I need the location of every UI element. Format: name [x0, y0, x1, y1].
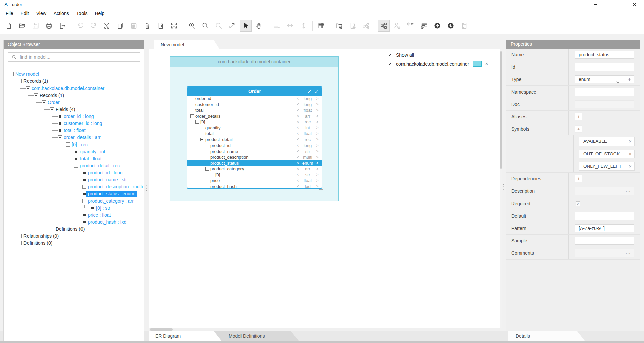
collapse-toggle-icon[interactable] — [18, 79, 22, 83]
tree-item-label[interactable]: Fields (4) — [56, 106, 75, 113]
entity-order[interactable]: Order order_id<long>customer_id<long>tot… — [187, 86, 322, 189]
tree-item-label[interactable]: product_category : arr — [88, 198, 134, 204]
tree-item-label[interactable]: product_status : enum — [86, 191, 137, 197]
tree-row-com-hackolade-db-model-container[interactable]: com.hackolade.db.model.container — [4, 85, 144, 92]
toolbar-add-field-sibling-button[interactable] — [405, 20, 417, 32]
tree-item-label[interactable]: [0] : rec — [72, 141, 88, 148]
entity-field-product_category[interactable]: product_category<arr> — [187, 166, 322, 172]
tree-item-label[interactable]: total : float — [64, 127, 86, 134]
collapse-toggle-icon[interactable] — [18, 234, 22, 238]
ellipsis-icon[interactable]: ... — [626, 101, 631, 106]
collapse-toggle-icon[interactable] — [18, 241, 22, 245]
property-required-checkbox[interactable]: ✔ — [576, 201, 580, 206]
collapse-toggle-icon[interactable] — [50, 227, 54, 231]
tree-row-price-float[interactable]: price : float — [4, 212, 144, 219]
tree-row-customer-id-long[interactable]: customer_id : long — [4, 120, 144, 127]
property-pattern-input[interactable] — [575, 224, 634, 232]
tree-item-label[interactable]: quantity : int — [80, 149, 105, 155]
tree-item-label[interactable]: New model — [15, 71, 39, 77]
tree-row-definitions-0[interactable]: Definitions (0) — [4, 226, 144, 233]
toolbar-add-field-child-button[interactable] — [418, 20, 430, 32]
er-canvas[interactable]: com.hackolade.db.model.container Order o… — [149, 49, 500, 328]
tree-item-label[interactable]: Records (1) — [40, 92, 64, 99]
tab-details[interactable]: Details — [508, 331, 585, 341]
tree-row-product-hash-fxd[interactable]: product_hash : fxd — [4, 219, 144, 226]
entity-field-product_hash[interactable]: product_hash<fxd> — [187, 184, 322, 189]
collapse-toggle-icon[interactable] — [74, 164, 78, 168]
minimize-button[interactable] — [586, 0, 605, 9]
tree-row-records-1[interactable]: Records (1) — [4, 92, 144, 99]
toolbar-copy-button[interactable] — [115, 20, 126, 32]
left-panel-splitter[interactable] — [146, 185, 147, 191]
property-sample-input[interactable] — [575, 237, 634, 245]
entity-field-0[interactable]: [0]<str> — [187, 172, 322, 178]
toolbar-download-button[interactable] — [445, 20, 457, 32]
horizontal-scrollbar[interactable] — [149, 328, 500, 331]
toolbar-delete-button[interactable] — [142, 20, 153, 32]
toolbar-zoom-in-button[interactable] — [186, 20, 198, 32]
tree-item-label[interactable]: Definitions (0) — [23, 240, 52, 246]
entity-field-quantity[interactable]: quantity<int> — [187, 125, 322, 131]
tree-item-label[interactable]: Records (1) — [23, 78, 48, 84]
legend-remove-icon[interactable]: × — [485, 61, 488, 67]
search-input[interactable] — [19, 54, 140, 60]
vertical-scrollbar[interactable] — [500, 49, 502, 328]
collapse-toggle-icon[interactable] — [82, 185, 86, 189]
toolbar-upload-button[interactable] — [432, 20, 443, 32]
toolbar-new-file-button[interactable] — [3, 20, 15, 32]
property-default-input[interactable] — [575, 212, 634, 220]
tree-item-label[interactable]: Definitions (0) — [56, 226, 85, 232]
horizontal-scrollbar-thumb[interactable] — [150, 328, 173, 331]
collapse-toggle-icon[interactable] — [10, 72, 14, 76]
collapse-toggle-icon[interactable] — [66, 142, 70, 147]
menu-tools[interactable]: Tools — [73, 11, 91, 16]
entity-field-product_detail[interactable]: product_detail<rec> — [187, 137, 322, 143]
collapse-toggle-icon[interactable] — [200, 138, 204, 141]
entity-field-0[interactable]: [0]<rec> — [187, 119, 322, 125]
add-aliases-button[interactable]: + — [575, 113, 582, 120]
tree-row-total-float[interactable]: total : float — [4, 155, 144, 162]
tree-item-label[interactable]: customer_id : long — [64, 120, 102, 127]
property-type-dropdown[interactable]: enum+ — [575, 75, 634, 83]
add-type-icon[interactable]: + — [628, 76, 631, 83]
toolbar-open-button[interactable] — [16, 20, 28, 32]
tree-row-0-rec[interactable]: [0] : rec — [4, 141, 144, 148]
tree-item-label[interactable]: Relationships (0) — [23, 233, 59, 239]
menu-view[interactable]: View — [33, 11, 50, 16]
vertical-scrollbar-thumb[interactable] — [500, 51, 502, 169]
menu-file[interactable]: File — [2, 11, 17, 16]
property-id-input[interactable] — [575, 63, 634, 71]
restore-button[interactable] — [605, 0, 625, 9]
entity-field-total[interactable]: total<float> — [187, 107, 322, 113]
menu-help[interactable]: Help — [91, 11, 108, 16]
toolbar-pointer-button[interactable] — [240, 20, 252, 32]
tree-item-label[interactable]: product_description : multi — [88, 184, 143, 190]
toolbar-table-view-button[interactable] — [316, 20, 327, 32]
tree-row-product-category-arr[interactable]: product_category : arr — [4, 197, 144, 205]
toolbar-zoom-out-button[interactable] — [200, 20, 211, 32]
tree-row-0-str[interactable]: [0] : str — [4, 205, 144, 212]
entity-header[interactable]: Order — [187, 87, 322, 96]
show-all-checkbox[interactable]: ✔ — [388, 53, 392, 57]
toolbar-cut-button[interactable] — [101, 20, 113, 32]
entity-field-customer_id[interactable]: customer_id<long> — [187, 102, 322, 108]
entity-field-product_id[interactable]: product_id<long> — [187, 142, 322, 149]
tree-row-total-float[interactable]: total : float — [4, 127, 144, 134]
ellipsis-icon[interactable]: ... — [626, 250, 631, 255]
collapse-toggle-icon[interactable] — [42, 100, 46, 104]
collapse-toggle-icon[interactable] — [26, 86, 30, 90]
tree-item-label[interactable]: total : float — [80, 156, 102, 162]
property-comments-editor[interactable]: ... — [575, 249, 634, 257]
tree-item-label[interactable]: Order — [48, 99, 60, 106]
collapse-toggle-icon[interactable] — [205, 167, 209, 171]
tab-er-diagram[interactable]: ER Diagram — [149, 331, 221, 341]
property-doc-editor[interactable]: ... — [575, 100, 634, 108]
tree-row-order[interactable]: Order — [4, 99, 144, 106]
tab-model-definitions[interactable]: Model Definitions — [214, 331, 299, 341]
tree-row-records-1[interactable]: Records (1) — [4, 78, 144, 85]
tree-row-product-detail-rec[interactable]: product_detail : rec — [4, 162, 144, 169]
entity-field-total[interactable]: total<float> — [187, 131, 322, 137]
toolbar-export-button[interactable] — [57, 20, 68, 32]
toolbar-pan-button[interactable] — [253, 20, 265, 32]
entity-resize-handle[interactable] — [319, 186, 323, 190]
